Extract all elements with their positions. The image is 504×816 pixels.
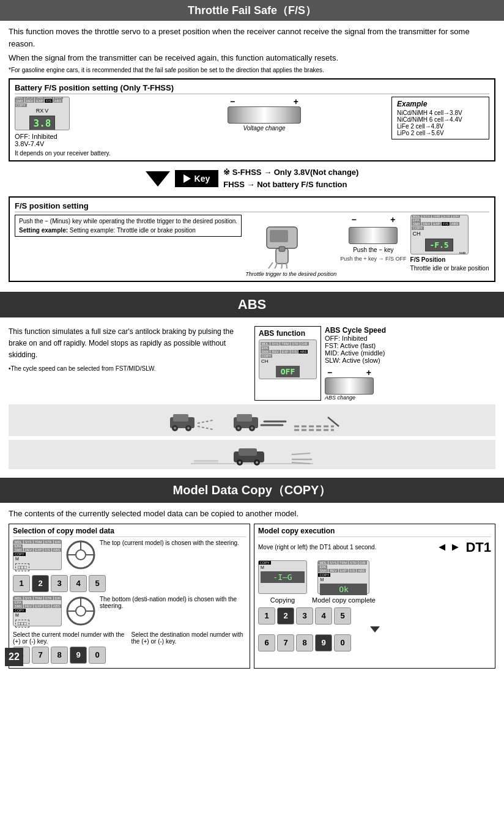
abs-function-box: ABS function MDLSYSTRMSTRD/REPA SMXREVEX… [254, 326, 321, 401]
svg-point-16 [237, 427, 240, 429]
select-destination-label: Select the destination model numder with… [132, 631, 246, 645]
down-arrow [146, 171, 170, 187]
abs-ctrl-labels-row2: SMXREVEXPF/SABSCOPY [261, 350, 316, 358]
voltage-visual [228, 106, 301, 124]
model-num-2-selected: 2 [32, 575, 49, 592]
copy-title: Model Data Copy（COPY） [0, 478, 504, 503]
off-label: OFF: Inhibited 3.8V-7.4V [15, 133, 57, 147]
key-button[interactable]: Key [175, 170, 219, 187]
fs-position-indicator: F/S Position [410, 256, 446, 263]
battery-fs-example: Example NiCd/NiMH 4 cell→3.8V NiCd/NiMH … [391, 97, 489, 139]
abs-content: This function simulates a full size car'… [0, 317, 504, 478]
steering-wheel-top [65, 540, 96, 570]
copy-left-box: Selection of copy model data MDLSYSTRMST… [9, 524, 250, 669]
abs-ctrl-labels-row1: MDLSYSTRMSTRD/REPA [261, 342, 316, 350]
fs-plus-minus: − + [349, 215, 398, 224]
copy-select-labels: Select the current model numder with the… [13, 631, 246, 645]
page-wrapper: Throttle Fail Safe（F/S） This function mo… [0, 0, 504, 673]
car-svg-2 [228, 408, 289, 432]
abs-function-row: ABS function MDLSYSTRMSTRD/REPA SMXREVEX… [254, 326, 495, 401]
tfs-note: *For gasoline engine cars, it is recomme… [9, 67, 495, 73]
battery-fs-section: Battery F/S position setting (Only T-FHS… [9, 78, 495, 161]
model-num-1: 1 [13, 575, 30, 592]
fs-pos-middle: Throttle trigger to the desired position [245, 215, 336, 277]
abs-voltage-visual [325, 377, 374, 395]
model-num-5: 5 [89, 575, 106, 592]
car-road-svg [191, 442, 313, 467]
abs-right: ABS function MDLSYSTRMSTRD/REPA SMXREVEX… [254, 326, 495, 401]
svg-point-17 [251, 427, 253, 429]
model-num-4: 4 [70, 575, 87, 592]
battery-fs-left: MDLSYSTRMD/REPA SMXREVEXPF/SABSCOPY RX V… [15, 97, 137, 157]
copy-execution-displays: COPY M -I—G Copying MDLSYSTRMSTRD/REPA [258, 560, 491, 604]
depends-label: It depends on your receiver battery. [15, 150, 111, 157]
abs-change-area: − + ABS change [325, 368, 386, 401]
svg-point-35 [76, 606, 86, 616]
abs-speed-2: MID: Active (middle) [325, 349, 386, 357]
copy-execution-title: Model copy execution [258, 527, 491, 537]
copy-controller-bottom: MDLSYSTRMSTRD/REPA SMXREVEXPF/SABSCOPY M… [13, 596, 62, 626]
example-item-1: NiCd/NiMH 6 cell→4.4V [397, 116, 484, 123]
svg-point-8 [174, 427, 176, 429]
copying-label: Copying [270, 596, 295, 604]
copy-exec-bottom-row: 6 7 8 9 0 [258, 634, 491, 651]
copy-content: The contents of the currently selected m… [0, 503, 504, 673]
svg-rect-22 [194, 462, 218, 464]
fs-position-title: F/S position setting [15, 201, 489, 212]
fs-push-key-area: − + Push the − key Push the + key → F/S … [340, 215, 406, 262]
ctrl-display-fs: 3.8 [29, 116, 56, 130]
abs-left: This function simulates a full size car'… [9, 326, 250, 401]
car-svg-3 [291, 408, 340, 432]
fs-setting-example: Setting example: Setting example: Thrott… [19, 227, 237, 234]
abs-note: •The cycle speed can be selected from FS… [9, 364, 250, 373]
car-animation-row1 [9, 404, 495, 436]
model-num-8: 8 [51, 647, 68, 664]
copy-selection-title: Selection of copy model data [13, 527, 246, 537]
steering-wheel-bottom [65, 596, 96, 626]
abs-speed-3: SLW: Active (slow) [325, 357, 386, 364]
throttle-idle-label: Throttle idle or brake position [410, 265, 489, 272]
abs-display: OFF [276, 366, 300, 377]
key-row: Key ※ S-FHSS → Only 3.8V(Not change) FHS… [9, 166, 495, 192]
select-current-label: Select the current model numder with the… [13, 631, 128, 645]
copy-section-inner: Selection of copy model data MDLSYSTRMST… [9, 524, 495, 669]
fs-position-inner: Push the − (Minus) key while operating t… [15, 215, 489, 277]
dt1-label: DT1 [465, 540, 491, 555]
dt1-area: Move (right or left) the DT1 about 1 sec… [258, 540, 491, 555]
left-arrow-icon: ◄ [437, 541, 448, 554]
controller-display-fs: MDLSYSTRMD/REPA SMXREVEXPF/SABSCOPY RX V… [15, 97, 70, 130]
battery-fs-inner: MDLSYSTRMD/REPA SMXREVEXPF/SABSCOPY RX V… [15, 97, 489, 157]
copy-ctrl-b-row2: SMXREVEXPF/SABSCOPY [13, 604, 62, 612]
fs-pos-right: MDLSYSTRMSTRD/REPA SMXREVEXPF/SABSCOPY C… [410, 215, 489, 272]
svg-rect-21 [194, 460, 218, 462]
fs-push-minus: Push the − (Minus) key while operating t… [19, 218, 237, 224]
copy-desc: The contents of the currently selected m… [9, 508, 495, 520]
battery-fs-title: Battery F/S position setting (Only T-FHS… [15, 83, 489, 94]
ctrl-labels-fs2-row1: MDLSYSTRMSTRD/REPA [412, 215, 467, 222]
right-arrow-icon: ► [450, 541, 461, 554]
ctrl-labels-fs2-row2: SMXREVEXPF/SABSCOPY [412, 222, 467, 230]
svg-rect-13 [237, 414, 252, 421]
copy-controller-top: MDLSYSTRMSTRD/REPA SMXREVEXPF/SABSCOPY M… [13, 540, 62, 570]
top-selection-box: □□□ [15, 563, 29, 571]
abs-function-title: ABS function [259, 329, 317, 338]
svg-point-27 [239, 461, 241, 464]
push-minus-key-label: Push the − key [353, 247, 393, 253]
svg-line-11 [198, 426, 213, 429]
fs-position-section: F/S position setting Push the − (Minus) … [9, 196, 495, 282]
plus-minus-voltage: − + [228, 97, 301, 106]
bottom-model-label: The bottom (desti-nation model) is chose… [100, 596, 246, 609]
ctrl-labels-row2: SMXREVEXPF/SABSCOPY [15, 99, 70, 107]
tfs-desc1: This function moves the throttle servo t… [9, 26, 495, 50]
throttle-trigger-label: Throttle trigger to the desired position [245, 271, 336, 277]
throttle-fail-safe-title: Throttle Fail Safe（F/S） [0, 0, 504, 21]
svg-point-28 [256, 461, 258, 464]
battery-fs-middle: − + Voltage change [142, 97, 387, 132]
copying-display: -I—G [261, 571, 305, 583]
abs-speed-0: OFF: Inhibited [325, 335, 386, 342]
throttle-trigger-svg [264, 215, 319, 270]
copy-complete-area: MDLSYSTRMSTRD/REPA SMXREVEXPF/SABSCOPY M… [312, 560, 376, 604]
move-label: Move (right or left) the DT1 about 1 sec… [258, 544, 432, 551]
copy-ctrl-b-row1: MDLSYSTRMSTRD/REPA [13, 596, 62, 604]
svg-rect-3 [279, 247, 285, 251]
